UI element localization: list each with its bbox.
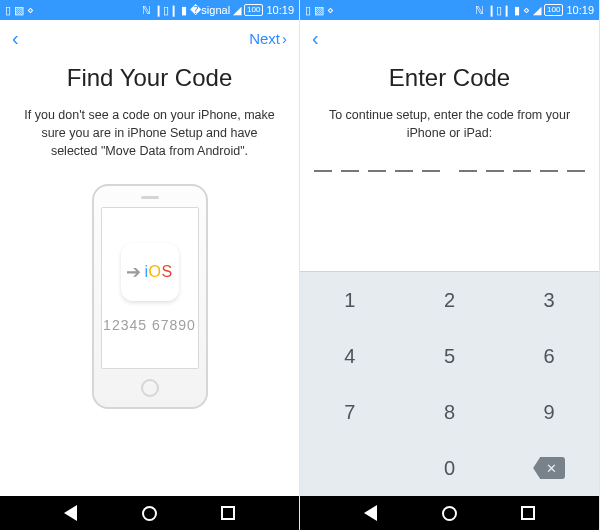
page-title: Find Your Code: [67, 64, 232, 92]
sim-icon: ▮: [514, 5, 520, 16]
code-digit-slot: [341, 170, 359, 172]
status-bar: ▯ ▧ ⋄ ℕ ❙▯❙ ▮ �signal ◢ 100 10:19: [0, 0, 299, 20]
code-digit-slot: [459, 170, 477, 172]
backspace-icon: ✕: [533, 457, 565, 479]
android-home-button[interactable]: [442, 506, 457, 521]
key-6[interactable]: 6: [499, 328, 599, 384]
wifi-signal-icon: ⋄: [523, 5, 530, 16]
device-icon: ▯: [5, 5, 11, 16]
cell-signal-icon: ◢: [233, 5, 241, 16]
vibrate-icon: ❙▯❙: [487, 5, 511, 16]
screen-find-your-code: ▯ ▧ ⋄ ℕ ❙▯❙ ▮ �signal ◢ 100 10:19 ‹ Next…: [0, 0, 300, 530]
key-0[interactable]: 0: [400, 440, 500, 496]
key-empty: [300, 440, 400, 496]
move-to-ios-icon: ➔ iOS: [121, 243, 179, 301]
page-subtitle: To continue setup, enter the code from y…: [322, 106, 577, 142]
android-nav-bar: [0, 496, 299, 530]
back-button[interactable]: ‹: [12, 27, 19, 50]
code-digit-slot: [422, 170, 440, 172]
code-group-1: [314, 170, 440, 172]
code-digit-slot: [513, 170, 531, 172]
numeric-keypad: 1 2 3 4 5 6 7 8 9 0 ✕: [300, 271, 599, 496]
android-back-button[interactable]: [364, 505, 377, 521]
nfc-icon: ℕ: [142, 5, 151, 16]
key-4[interactable]: 4: [300, 328, 400, 384]
nav-bar: ‹ Next ›: [0, 20, 299, 56]
key-3[interactable]: 3: [499, 272, 599, 328]
code-digit-slot: [395, 170, 413, 172]
page-title: Enter Code: [389, 64, 510, 92]
screen-enter-code: ▯ ▧ ⋄ ℕ ❙▯❙ ▮ ⋄ ◢ 100 10:19 ‹ Enter Code…: [300, 0, 600, 530]
code-digit-slot: [540, 170, 558, 172]
android-recent-button[interactable]: [221, 506, 235, 520]
wifi-signal-icon: �signal: [190, 5, 230, 16]
content: Find Your Code If you don't see a code o…: [0, 56, 299, 530]
image-icon: ▧: [14, 5, 24, 16]
key-1[interactable]: 1: [300, 272, 400, 328]
android-nav-bar: [300, 496, 599, 530]
device-icon: ▯: [305, 5, 311, 16]
code-digit-slot: [314, 170, 332, 172]
phone-screen: ➔ iOS 12345 67890: [101, 207, 199, 369]
next-button[interactable]: Next ›: [249, 30, 287, 47]
code-digit-slot: [486, 170, 504, 172]
nav-bar: ‹: [300, 20, 599, 56]
sim-icon: ▮: [181, 5, 187, 16]
code-input[interactable]: [314, 170, 585, 172]
vibrate-icon: ❙▯❙: [154, 5, 178, 16]
key-2[interactable]: 2: [400, 272, 500, 328]
wifi-icon: ⋄: [27, 5, 34, 16]
chevron-right-icon: ›: [282, 30, 287, 47]
next-label: Next: [249, 30, 280, 47]
key-backspace[interactable]: ✕: [499, 440, 599, 496]
cell-signal-icon: ◢: [533, 5, 541, 16]
key-7[interactable]: 7: [300, 384, 400, 440]
arrow-right-icon: ➔: [126, 263, 141, 281]
battery-level: 100: [244, 4, 263, 16]
iphone-illustration: ➔ iOS 12345 67890: [92, 184, 208, 409]
image-icon: ▧: [314, 5, 324, 16]
android-back-button[interactable]: [64, 505, 77, 521]
sample-code-text: 12345 67890: [103, 317, 196, 333]
clock-text: 10:19: [266, 5, 294, 16]
status-bar: ▯ ▧ ⋄ ℕ ❙▯❙ ▮ ⋄ ◢ 100 10:19: [300, 0, 599, 20]
clock-text: 10:19: [566, 5, 594, 16]
page-subtitle: If you don't see a code on your iPhone, …: [22, 106, 277, 160]
nfc-icon: ℕ: [475, 5, 484, 16]
code-group-2: [459, 170, 585, 172]
back-button[interactable]: ‹: [312, 27, 319, 50]
key-5[interactable]: 5: [400, 328, 500, 384]
key-9[interactable]: 9: [499, 384, 599, 440]
phone-speaker-icon: [141, 196, 159, 199]
android-recent-button[interactable]: [521, 506, 535, 520]
code-digit-slot: [567, 170, 585, 172]
battery-level: 100: [544, 4, 563, 16]
home-button-icon: [141, 379, 159, 397]
android-home-button[interactable]: [142, 506, 157, 521]
wifi-icon: ⋄: [327, 5, 334, 16]
ios-logo-text: iOS: [144, 263, 172, 281]
code-digit-slot: [368, 170, 386, 172]
key-8[interactable]: 8: [400, 384, 500, 440]
